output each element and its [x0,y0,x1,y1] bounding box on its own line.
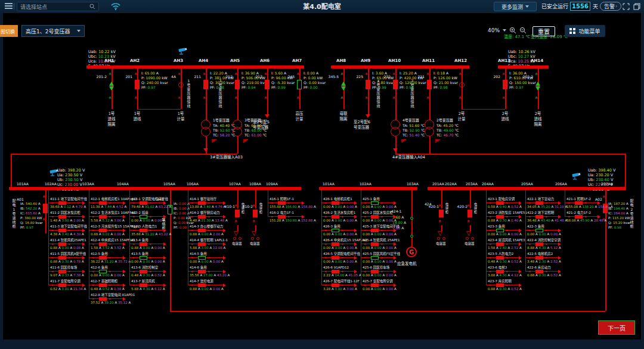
wifi-icon[interactable] [111,3,120,10]
safe-run-unit: 天 [593,4,598,10]
generator-label: 应急发电机 [397,262,417,266]
bus-section-label: AH3 [174,59,183,63]
more-monitor-dropdown[interactable]: 更多监测 [494,2,537,11]
bay-meter-row: Q: -5.30 kvar [271,81,295,85]
next-page-button[interactable]: 下一页 [598,320,635,335]
bus-section-label: AH9 [361,59,370,63]
breaker-closed-icon [467,210,472,217]
feeder-row-values: 0.48 A 0.30 A 0.52 A [488,260,522,264]
chevron-down-icon[interactable] [503,29,506,32]
transformer-selector-dropdown[interactable]: 高压1、2号变压器 [21,25,85,37]
bus-section-label: 102AA [360,182,371,186]
bus-section-label: 201AA [432,182,444,186]
search-icon[interactable] [89,4,95,10]
transformer-temp: TC: 61.00 ℃ [244,133,267,137]
bus-section-label: AH2 [130,59,140,63]
incoming-meter-row: IC: 615.60 A [20,212,41,216]
bus-section-label: 205AA [521,182,533,186]
feeder-row-values: 155.88 A 156.80 A 158.80 A [270,205,316,209]
ground-icon [401,141,404,141]
bay-drop [368,68,369,116]
transformer-icon [201,127,210,136]
arrow-down-icon [366,114,370,118]
menu-label: 功能菜单 [578,27,600,35]
disconnector-icon: « [263,96,268,99]
ground-icon [243,142,244,142]
feeder-row-values: 0.88 A 0.30 A 0.52 A [527,274,561,278]
disconnector-icon: « [107,73,112,76]
feeder-row-values: 0.48 A 0.30 A 0.52 A [131,274,165,278]
transformer-temp: TB: 49.60 ℃ [436,129,459,132]
arrowhead-icon [82,215,85,219]
bay-meter-row: Q: 240.00 kvar [141,81,168,85]
feeder-breaker-closed-icon [140,229,147,232]
lv-busbar [428,187,626,190]
arrowhead-icon [354,201,357,205]
feeder-breaker-closed-icon [58,256,66,260]
feeder-row-values: 2.22 A 14.00 A 41.05 A [323,274,361,278]
bay-id: 202 [484,75,500,79]
feeder-row-values: 0.00 A 0.00 A 0.00 A [488,233,522,236]
alarm-button[interactable]: 告警› [600,2,621,11]
arrowhead-icon [519,201,522,205]
zoom-level-dropdown[interactable]: 40% [488,27,500,33]
diagram-switch-button[interactable]: 图切换 [0,25,18,37]
disconnector-icon: « [133,73,138,76]
window-copy-icon[interactable] [633,3,640,10]
breaker-closed-icon [203,80,208,89]
arrowhead-icon [123,201,126,205]
bay-drop [206,68,207,120]
transformer-temp: TA: 51.60 ℃ [402,124,425,127]
incoming-meter-row: IB: 542.20 A [20,207,41,211]
feeder-breaker-closed-icon [575,201,583,205]
arrowhead-icon [394,215,397,219]
feeder-breaker-open-icon [140,256,147,260]
feeder-breaker-closed-icon [99,283,107,287]
feeder-breaker-closed-icon [371,229,379,232]
zoom-out-icon[interactable] [519,27,527,34]
arrowhead-icon [519,242,522,246]
bus-section-label: 103AA [82,182,94,186]
fullscreen-icon[interactable] [623,3,630,10]
feeder-breaker-closed-icon [140,270,147,273]
feeder-breaker-closed-icon [496,201,504,205]
capacitor-icon: ▽ [438,230,442,236]
zoom-in-icon[interactable] [509,27,516,34]
capacitor-icon: ▽ [252,230,256,236]
reset-view-button[interactable]: 重置 [532,26,555,36]
feeder-row-values: 0.00 A 0.00 A 0.00 A [363,274,397,278]
feeder-breaker-closed-icon [332,201,339,205]
disconnector-icon [109,86,114,91]
feeder-row-values: 0.88 A 0.00 A 0.00 A [190,288,224,291]
bay-name-label: 1号 [102,112,121,116]
feeder-breaker-closed-icon [535,270,543,273]
transformer-temp: TA: 40.40 ℃ [213,124,235,127]
arrowhead-icon [223,270,226,273]
feeder-breaker-open-icon [332,229,339,232]
hamburger-menu-icon[interactable] [5,3,13,10]
column-riser [565,190,565,216]
arrowhead-icon [354,283,357,287]
feeder-breaker-closed-icon [58,201,66,205]
breaker-closed-icon [265,80,270,89]
bay-meter-row: I: 0.00 A [304,71,318,75]
disconnector-icon: « [233,220,238,223]
arrowhead-icon [163,283,166,287]
function-menu-button[interactable]: 功能菜单 [565,25,605,37]
feeder-row-values: 34.05 A 35.20 A 31.10 A [527,205,567,209]
bus-section-label: 102AA [45,182,57,186]
arrowhead-icon [163,270,166,273]
bay-name-label: 进线 [102,117,121,121]
feeder-breaker-closed-icon [371,242,379,246]
arrow-down-icon [265,114,270,118]
bay-name-label: 进线 [128,117,147,121]
station-search-input[interactable]: 请选择站点 [17,2,99,11]
feeder-breaker-closed-icon [198,270,206,273]
feeder-row-values: 0.00 A 0.00 A 0.00 A [323,205,357,209]
ground-icon [243,139,248,140]
bay-name-label: 2号 [528,112,547,116]
feeder-breaker-closed-icon [371,283,379,287]
bay-note-label: 号变压器 [354,126,369,130]
transformer-temp: TC: 58.20 ℃ [213,133,235,137]
feeder-row-values: 58.08 A 45.90 A 28.48 A [566,219,606,223]
